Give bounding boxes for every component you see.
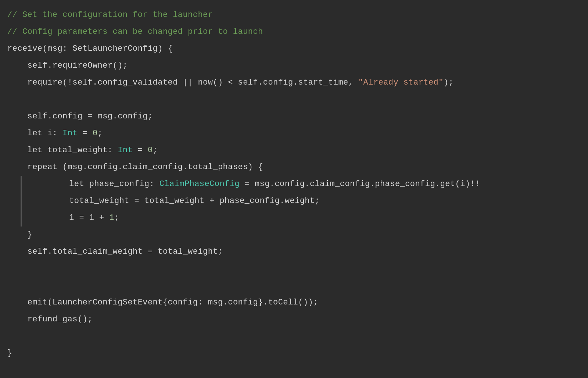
code-text-11: let phase_config: ClaimPhaseConfig = msg… [29, 176, 480, 193]
code-text-19: refund_gas(); [7, 311, 93, 328]
code-line-12: total_weight = total_weight + phase_conf… [22, 193, 588, 210]
code-text-21: } [7, 345, 12, 362]
code-line-4: self.requireOwner(); [0, 57, 588, 74]
code-text-5: require(!self.config_validated || now() … [7, 74, 453, 91]
code-line-11: let phase_config: ClaimPhaseConfig = msg… [22, 176, 588, 193]
bar-content: let phase_config: ClaimPhaseConfig = msg… [22, 176, 588, 227]
code-text-3: receive(msg: SetLauncherConfig) { [7, 40, 173, 57]
code-line-20 [0, 328, 588, 345]
code-text-13: i = i + 1; [29, 210, 119, 227]
code-text-9: let total_weight: Int = 0; [7, 142, 158, 159]
code-line-8: let i: Int = 0; [0, 125, 588, 142]
code-text-4: self.requireOwner(); [7, 57, 128, 74]
code-line-19: refund_gas(); [0, 311, 588, 328]
code-line-13: i = i + 1; [22, 210, 588, 227]
code-line-2: // Config parameters can be changed prio… [0, 24, 588, 40]
code-line-14: } [0, 227, 588, 243]
code-text-10: repeat (msg.config.claim_config.total_ph… [7, 159, 263, 176]
code-comment-2: // Config parameters can be changed prio… [7, 24, 263, 40]
code-line-10: repeat (msg.config.claim_config.total_ph… [0, 159, 588, 176]
code-text-15: self.total_claim_weight = total_weight; [7, 243, 223, 260]
code-line-3: receive(msg: SetLauncherConfig) { [0, 40, 588, 57]
code-line-7: self.config = msg.config; [0, 108, 588, 125]
code-line-21: } [0, 345, 588, 362]
code-line-17 [0, 277, 588, 294]
code-line-5: require(!self.config_validated || now() … [0, 74, 588, 91]
code-text-8: let i: Int = 0; [7, 125, 103, 142]
code-line-18: emit(LauncherConfigSetEvent{config: msg.… [0, 294, 588, 311]
code-line-1: // Set the configuration for the launche… [0, 7, 588, 24]
code-line-16 [0, 260, 588, 277]
code-text-7: self.config = msg.config; [7, 108, 153, 125]
code-line-15: self.total_claim_weight = total_weight; [0, 243, 588, 260]
code-line-9: let total_weight: Int = 0; [0, 142, 588, 159]
block-with-bar: let phase_config: ClaimPhaseConfig = msg… [0, 176, 588, 227]
code-line-6 [0, 91, 588, 108]
code-text-18: emit(LauncherConfigSetEvent{config: msg.… [7, 294, 318, 311]
code-text-14: } [7, 227, 32, 243]
code-text-12: total_weight = total_weight + phase_conf… [29, 193, 320, 210]
code-comment-1: // Set the configuration for the launche… [7, 7, 213, 24]
code-viewer: // Set the configuration for the launche… [0, 0, 588, 378]
